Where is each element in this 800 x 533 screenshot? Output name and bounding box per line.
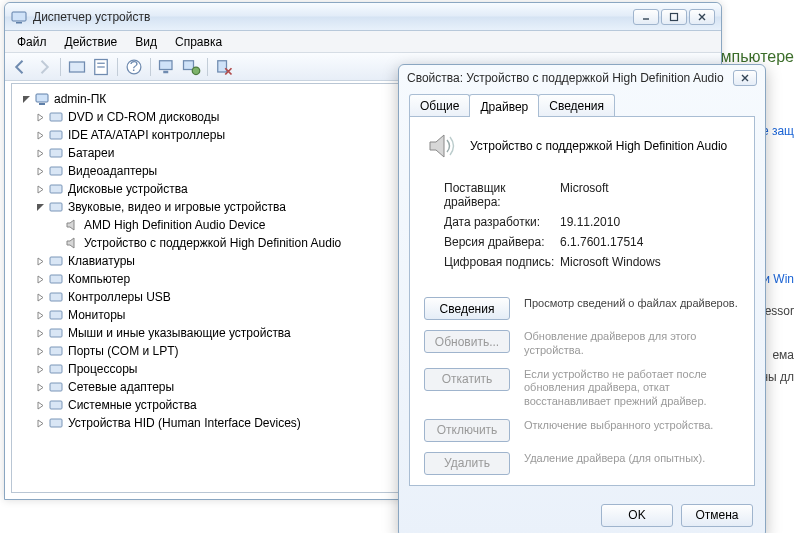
driver-rollback-button[interactable]: Откатить [424, 368, 510, 391]
tree-category-label: Видеоадаптеры [68, 164, 157, 178]
expand-arrow-icon[interactable] [34, 399, 46, 411]
label-date: Дата разработки: [444, 215, 560, 229]
tree-category-label: DVD и CD-ROM дисководы [68, 110, 219, 124]
driver-update-button[interactable]: Обновить... [424, 330, 510, 353]
expand-arrow-icon[interactable] [34, 291, 46, 303]
svg-rect-18 [50, 131, 62, 139]
tree-category-label: Устройства HID (Human Interface Devices) [68, 416, 301, 430]
tree-category-label: Контроллеры USB [68, 290, 171, 304]
tab-panel-driver: Устройство с поддержкой High Definition … [409, 116, 755, 486]
bg-text: essor [765, 304, 794, 318]
svg-rect-29 [50, 365, 62, 373]
titlebar[interactable]: Диспетчер устройств [5, 3, 721, 31]
svg-rect-1 [16, 22, 22, 24]
driver-disable-desc: Отключение выбранного устройства. [524, 419, 740, 433]
svg-rect-10 [160, 60, 173, 69]
tab-driver[interactable]: Драйвер [469, 94, 539, 117]
expand-arrow-icon[interactable] [34, 201, 46, 213]
tool-help-icon[interactable]: ? [123, 56, 145, 78]
svg-rect-12 [184, 60, 194, 69]
svg-rect-20 [50, 167, 62, 175]
tree-category-label: Батареи [68, 146, 114, 160]
expand-arrow-icon[interactable] [34, 111, 46, 123]
expand-arrow-icon[interactable] [34, 147, 46, 159]
svg-rect-22 [50, 203, 62, 211]
svg-rect-23 [50, 257, 62, 265]
tree-device-label: Устройство с поддержкой High Definition … [84, 236, 341, 250]
menu-help[interactable]: Справка [167, 33, 230, 51]
svg-text:?: ? [130, 57, 138, 74]
svg-rect-17 [50, 113, 62, 121]
toolbar-divider [207, 58, 208, 76]
label-version: Версия драйвера: [444, 235, 560, 249]
svg-rect-28 [50, 347, 62, 355]
tree-category-label: Порты (COM и LPT) [68, 344, 179, 358]
minimize-button[interactable] [633, 9, 659, 25]
tree-category-label: Клавиатуры [68, 254, 135, 268]
tool-properties-icon[interactable] [90, 56, 112, 78]
category-icon [48, 271, 64, 287]
category-icon [48, 325, 64, 341]
menu-action[interactable]: Действие [57, 33, 126, 51]
category-icon [48, 397, 64, 413]
svg-rect-32 [50, 419, 62, 427]
svg-rect-31 [50, 401, 62, 409]
dialog-close-button[interactable] [733, 70, 757, 86]
menu-file[interactable]: Файл [9, 33, 55, 51]
maximize-button[interactable] [661, 9, 687, 25]
svg-rect-3 [671, 13, 678, 20]
toolbar-divider [150, 58, 151, 76]
expand-arrow-icon[interactable] [34, 129, 46, 141]
close-button[interactable] [689, 9, 715, 25]
tab-details[interactable]: Сведения [538, 94, 615, 117]
cancel-button[interactable]: Отмена [681, 504, 753, 527]
nav-back-button[interactable] [9, 56, 31, 78]
svg-rect-11 [163, 70, 168, 73]
expand-arrow-icon[interactable] [34, 417, 46, 429]
driver-rollback-desc: Если устройство не работает после обновл… [524, 368, 740, 409]
computer-icon [34, 91, 50, 107]
tool-scan-icon[interactable] [156, 56, 178, 78]
expand-arrow-icon[interactable] [34, 165, 46, 177]
menu-view[interactable]: Вид [127, 33, 165, 51]
value-version: 6.1.7601.17514 [560, 235, 643, 249]
category-icon [48, 145, 64, 161]
tool-show-hidden-icon[interactable] [66, 56, 88, 78]
driver-disable-button[interactable]: Отключить [424, 419, 510, 442]
expand-arrow-icon[interactable] [34, 183, 46, 195]
tree-category-label: Дисковые устройства [68, 182, 188, 196]
svg-rect-30 [50, 383, 62, 391]
tool-update-icon[interactable] [180, 56, 202, 78]
category-icon [48, 109, 64, 125]
driver-uninstall-button[interactable]: Удалить [424, 452, 510, 475]
driver-details-button[interactable]: Сведения [424, 297, 510, 320]
category-icon [48, 415, 64, 431]
expand-arrow-icon[interactable] [34, 273, 46, 285]
tab-general[interactable]: Общие [409, 94, 470, 117]
expand-arrow-icon[interactable] [34, 309, 46, 321]
nav-fwd-button[interactable] [33, 56, 55, 78]
expand-arrow-icon[interactable] [34, 381, 46, 393]
tool-uninstall-icon[interactable] [213, 56, 235, 78]
svg-point-13 [192, 67, 200, 75]
category-icon [48, 181, 64, 197]
tree-category-label: Мыши и иные указывающие устройства [68, 326, 291, 340]
expand-arrow-icon[interactable] [34, 363, 46, 375]
bg-link: е защ [762, 124, 794, 138]
svg-rect-4 [70, 62, 85, 72]
label-provider: Поставщик драйвера: [444, 181, 560, 209]
svg-rect-26 [50, 311, 62, 319]
tree-category-label: Мониторы [68, 308, 125, 322]
ok-button[interactable]: OK [601, 504, 673, 527]
category-icon [48, 289, 64, 305]
expand-arrow-icon[interactable] [20, 93, 32, 105]
tree-category-label: Сетевые адаптеры [68, 380, 174, 394]
expand-arrow-icon[interactable] [34, 255, 46, 267]
tree-category-label: Компьютер [68, 272, 130, 286]
dialog-titlebar[interactable]: Свойства: Устройство с поддержкой High D… [399, 65, 765, 91]
expand-arrow-icon[interactable] [34, 345, 46, 357]
driver-uninstall-desc: Удаление драйвера (для опытных). [524, 452, 740, 466]
speaker-icon [424, 129, 458, 163]
expand-arrow-icon[interactable] [34, 327, 46, 339]
speaker-icon [64, 217, 80, 233]
